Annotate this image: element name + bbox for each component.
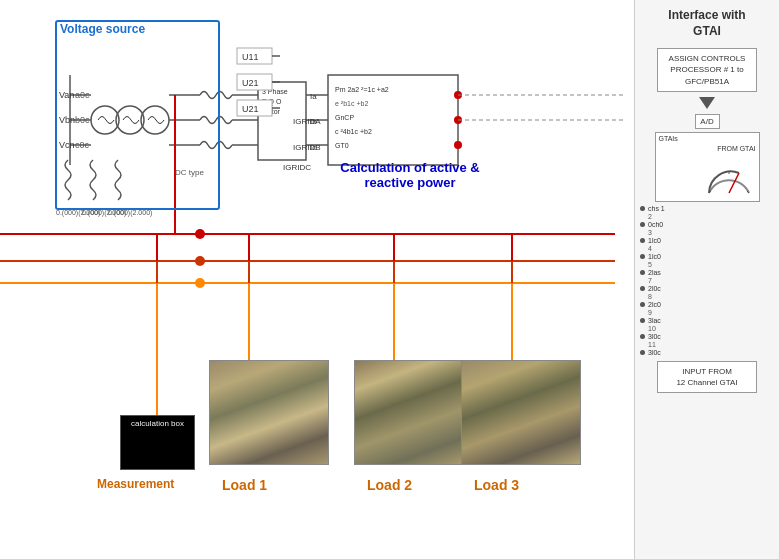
channel-dot — [640, 238, 645, 243]
arrow-down-icon — [699, 97, 715, 109]
calc-line1: Calculation of active & — [340, 160, 479, 175]
svg-text:Motor: Motor — [262, 108, 281, 115]
load1-image — [210, 361, 328, 464]
assign-controls-box: ASSIGN CONTROLS PROCESSOR # 1 to GFC/PB5… — [657, 48, 757, 92]
channel-item: 3l0c — [640, 349, 774, 356]
channel-dot — [640, 254, 645, 259]
svg-text:IGRIDC: IGRIDC — [283, 163, 311, 172]
channel-dot — [640, 206, 645, 211]
svg-text:Ia: Ia — [310, 92, 317, 101]
svg-text:3 Phase: 3 Phase — [262, 88, 288, 95]
diagram-container: 3 Phase P Q O Motor Pm 2a2 ²=1c +a2 e ²b… — [0, 0, 779, 559]
channel-list: chs 1 2 0ch0 3 1lc0 4 1lc0 5 2las 7 — [640, 205, 774, 356]
channel-item: 2lc0 — [640, 301, 774, 308]
load2-image — [355, 361, 473, 464]
channel-dot — [640, 350, 645, 355]
svg-line-77 — [729, 173, 739, 193]
channel-item: 3l0c — [640, 333, 774, 340]
channel-item: 1lc0 — [640, 237, 774, 244]
svg-text:IGRIDB: IGRIDB — [293, 143, 321, 152]
svg-rect-20 — [328, 75, 458, 165]
gtai-title: Interface with GTAI — [635, 0, 779, 43]
svg-text:Ib: Ib — [310, 117, 317, 126]
svg-rect-66 — [237, 48, 272, 64]
load1-label: Load 1 — [222, 477, 267, 493]
load1-box — [209, 360, 329, 465]
svg-text:U21: U21 — [242, 78, 259, 88]
svg-point-41 — [195, 229, 205, 239]
channel-dot — [640, 270, 645, 275]
svg-point-27 — [454, 116, 462, 124]
measurement-label: Measurement — [97, 477, 174, 491]
load2-box — [354, 360, 474, 465]
svg-point-28 — [454, 141, 462, 149]
measurement-box: calculation box — [120, 415, 195, 470]
svg-text:IGRIDA: IGRIDA — [293, 117, 321, 126]
gtai-meter-label: GTAIs — [656, 133, 759, 144]
load3-label: Load 3 — [474, 477, 519, 493]
channel-dot — [640, 222, 645, 227]
channel-item: 2las — [640, 269, 774, 276]
channel-item: 2l0c — [640, 285, 774, 292]
svg-point-43 — [195, 278, 205, 288]
channel-dot — [640, 286, 645, 291]
channel-dot — [640, 302, 645, 307]
calc-text: Calculation of active & reactive power — [315, 160, 505, 190]
channel-item: 3lac — [640, 317, 774, 324]
svg-text:P Q O: P Q O — [262, 98, 282, 106]
svg-text:0.(000)(2.000): 0.(000)(2.000) — [108, 209, 152, 217]
svg-rect-70 — [237, 100, 272, 116]
channel-item: 1lc0 — [640, 253, 774, 260]
load3-image — [462, 361, 580, 464]
svg-text:0.(000)(2.000): 0.(000)(2.000) — [82, 209, 126, 217]
svg-text:GnCP: GnCP — [335, 114, 354, 121]
ad-label: A/D — [695, 114, 720, 129]
svg-rect-13 — [258, 82, 306, 160]
svg-point-42 — [195, 256, 205, 266]
svg-text:c ²4b1c +b2: c ²4b1c +b2 — [335, 128, 372, 135]
svg-text:U21: U21 — [242, 104, 259, 114]
svg-rect-68 — [237, 74, 272, 90]
load3-box — [461, 360, 581, 465]
calc-line2: reactive power — [364, 175, 455, 190]
channel-dot — [640, 334, 645, 339]
svg-text:GT0: GT0 — [335, 142, 349, 149]
gtai-meter: GTAIs FROM GTAI — [655, 132, 760, 202]
svg-text:0.(000)(2.000): 0.(000)(2.000) — [56, 209, 100, 217]
svg-point-26 — [454, 91, 462, 99]
channel-dot — [640, 318, 645, 323]
svg-text:e ²b1c +b2: e ²b1c +b2 — [335, 100, 368, 107]
gtai-panel: Interface with GTAI ASSIGN CONTROLS PROC… — [634, 0, 779, 559]
svg-text:Ic: Ic — [310, 143, 316, 152]
input-from-box: INPUT FROM 12 Channel GTAI — [657, 361, 757, 393]
svg-text:U11: U11 — [242, 52, 259, 62]
svg-text:Pm 2a2 ²=1c +a2: Pm 2a2 ²=1c +a2 — [335, 86, 389, 93]
gauge-svg — [704, 161, 754, 196]
measurement-box-text: calculation box — [121, 416, 194, 432]
voltage-source-box — [55, 20, 220, 210]
gtai-from-label: FROM GTAI — [656, 144, 759, 153]
channel-item: 0ch0 — [640, 221, 774, 228]
channel-item: chs 1 — [640, 205, 774, 212]
load2-label: Load 2 — [367, 477, 412, 493]
